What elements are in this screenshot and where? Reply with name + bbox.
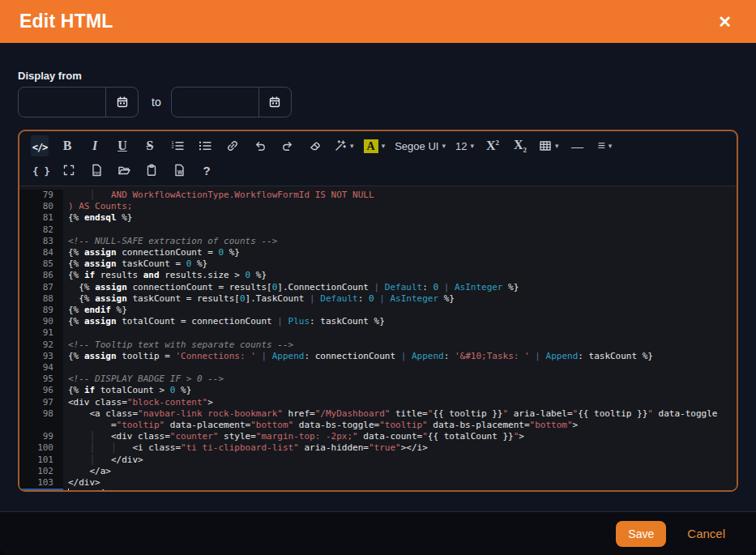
subscript-button[interactable]: X2 <box>511 135 529 156</box>
code-line: 99 │ <div class="counter" style="margin-… <box>19 431 737 442</box>
paste-as-text-button[interactable]: TXT <box>88 160 105 181</box>
chevron-down-icon: ▾ <box>609 142 613 150</box>
superscript-icon: X2 <box>486 139 499 153</box>
code-text: <a class="navbar-link rock-bookmark" hre… <box>63 408 717 420</box>
chevron-down-icon: ▾ <box>382 142 386 150</box>
fullscreen-icon <box>62 164 75 177</box>
line-number: 99 <box>19 431 63 442</box>
date-from-input[interactable] <box>19 88 105 117</box>
code-text: │ </div> <box>63 455 143 466</box>
code-line: 101 │ </div> <box>19 455 737 466</box>
code-text: </div> <box>63 477 100 489</box>
remove-format-button[interactable] <box>306 135 324 156</box>
line-number: 90 <box>19 316 63 327</box>
horizontal-rule-button[interactable]: — <box>568 135 586 156</box>
font-family-select[interactable]: Segoe UI▾ <box>395 135 446 156</box>
code-text: {% assign totalCount = connectionCount |… <box>63 316 385 327</box>
code-text: {% assign connectionCount = 0 %} <box>63 247 240 258</box>
cancel-button[interactable]: Cancel <box>687 527 725 540</box>
date-from-group <box>18 87 139 117</box>
code-text <box>63 327 68 339</box>
paragraph-align-button[interactable]: ≡▾ <box>596 135 613 156</box>
code-line: 89{% endif %} <box>19 305 737 316</box>
fullscreen-button[interactable] <box>60 160 78 181</box>
code-line: 87 {% assign connectionCount = results[0… <box>19 282 737 293</box>
code-line: 88 {% assign taskCount = results[0].Task… <box>19 293 737 305</box>
code-text: <!-- DISPLAY BADGE IF > 0 --> <box>63 374 224 385</box>
code-text: {% if results and results.size > 0 %} <box>63 270 267 281</box>
underline-icon: U <box>117 139 127 153</box>
code-text: │ │ <i class="ti ti-clipboard-list" aria… <box>63 442 428 454</box>
code-text <box>63 362 68 374</box>
font-size-select[interactable]: 12▾ <box>455 135 474 156</box>
open-file-button[interactable] <box>115 160 133 181</box>
line-number: 93 <box>19 351 63 362</box>
line-number: 88 <box>19 293 63 305</box>
line-number: 104 <box>19 489 63 490</box>
line-number: 79 <box>19 190 63 201</box>
code-editor-area[interactable]: 79 │ AND WorkflowActionType.WorkflowForm… <box>19 186 737 490</box>
help-button[interactable]: ? <box>198 160 216 181</box>
code-text: </a> <box>63 466 111 477</box>
paragraph-align-icon: ≡ <box>598 139 605 153</box>
superscript-button[interactable]: X2 <box>484 135 502 156</box>
table-button[interactable]: ▾ <box>539 135 559 156</box>
calendar-icon[interactable] <box>258 88 291 117</box>
modal-header: Edit HTML ✕ <box>0 0 756 43</box>
redo-button[interactable] <box>279 135 297 156</box>
code-text: │ <div class="counter" style="margin-top… <box>63 431 524 442</box>
line-number: 100 <box>19 442 63 454</box>
code-line: 79 │ AND WorkflowActionType.WorkflowForm… <box>19 190 737 201</box>
code-text: {% endsql %} <box>63 212 133 224</box>
code-text: <div class="block-content"> <box>63 397 213 408</box>
magic-wand-button[interactable]: ▾ <box>334 135 354 156</box>
chevron-down-icon: ▾ <box>470 142 474 150</box>
strikethrough-icon: S <box>147 139 154 153</box>
code-line: 94 <box>19 362 737 374</box>
chevron-down-icon: ▾ <box>350 142 354 150</box>
line-number: 87 <box>19 282 63 293</box>
html-editor: </>BIUS12▾A▾Segoe UI▾12▾X2X2▾—≡▾ { }TXTW… <box>18 130 738 492</box>
redo-icon <box>281 139 294 152</box>
line-number: 86 <box>19 270 63 281</box>
code-text: │ AND WorkflowActionType.WorkflowFormId … <box>63 190 374 201</box>
code-line: 98 <a class="navbar-link rock-bookmark" … <box>19 408 737 420</box>
code-text: ="tooltip" data-placement="bottom" data-… <box>63 420 578 431</box>
line-number: 83 <box>19 236 63 247</box>
link-button[interactable] <box>224 135 241 156</box>
code-text: ) AS Counts; <box>63 201 132 212</box>
subscript-icon: X2 <box>514 138 527 154</box>
paste-icon <box>145 164 158 177</box>
underline-button[interactable]: U <box>113 135 131 156</box>
calendar-icon[interactable] <box>105 88 138 117</box>
code-line: 96{% if totalCount > 0 %} <box>19 385 737 396</box>
strikethrough-button[interactable]: S <box>141 135 159 156</box>
date-to-input[interactable] <box>172 88 258 117</box>
ordered-list-button[interactable]: 12 <box>169 135 186 156</box>
italic-button[interactable]: I <box>86 135 104 156</box>
unordered-list-icon <box>199 139 211 152</box>
code-text: {% assign taskCount = 0 %} <box>63 258 207 270</box>
bold-button[interactable]: B <box>58 135 76 156</box>
undo-button[interactable] <box>251 135 269 156</box>
undo-icon <box>254 139 267 152</box>
paste-button[interactable] <box>143 160 160 181</box>
line-number: 80 <box>19 201 63 212</box>
code-text: {% endif %} <box>63 305 127 316</box>
close-icon[interactable]: ✕ <box>713 11 737 33</box>
paste-as-text-icon: TXT <box>90 164 103 177</box>
source-code-button[interactable]: { } <box>32 160 50 181</box>
line-number: 81 <box>19 212 63 224</box>
unordered-list-button[interactable] <box>196 135 214 156</box>
code-line: 92<!-- Tooltip text with separate counts… <box>19 339 737 351</box>
paste-from-word-button[interactable]: W <box>170 160 188 181</box>
save-button[interactable]: Save <box>616 521 666 547</box>
svg-text:TXT: TXT <box>94 171 100 175</box>
date-to-group <box>171 87 292 117</box>
code-text: {% assign connectionCount = results[0].C… <box>63 282 519 293</box>
code-view-button[interactable]: </> <box>31 135 49 156</box>
paste-from-word-icon: W <box>173 164 186 177</box>
code-text: {% assign tooltip = 'Connections: ' | Ap… <box>63 351 653 362</box>
highlight-color-button[interactable]: A▾ <box>364 135 386 156</box>
svg-text:2: 2 <box>172 144 174 149</box>
